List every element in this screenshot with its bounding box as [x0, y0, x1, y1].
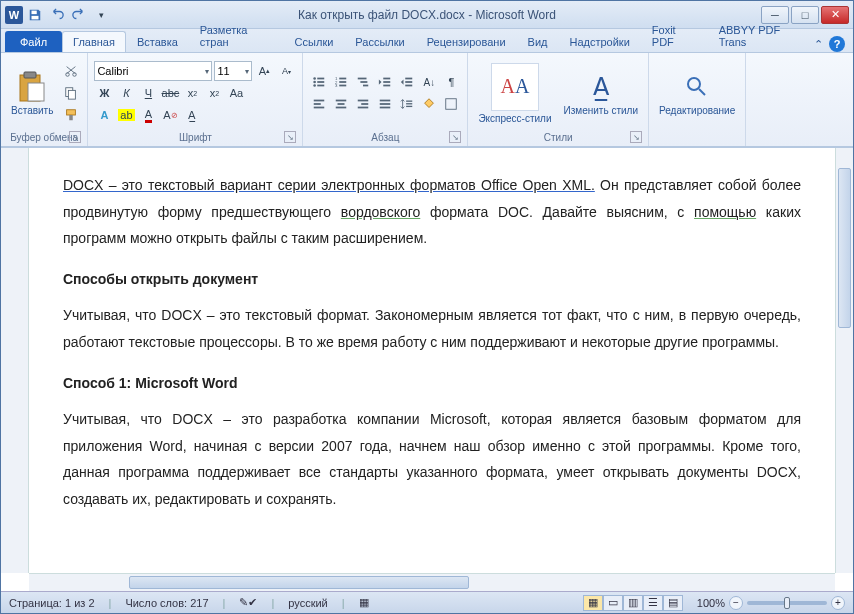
status-word-count[interactable]: Число слов: 217 [125, 597, 208, 609]
svg-rect-33 [314, 103, 321, 105]
zoom-level[interactable]: 100% [697, 597, 725, 609]
line-spacing-button[interactable] [397, 94, 417, 114]
outline-view[interactable]: ☰ [643, 595, 663, 611]
paragraph-2[interactable]: Учитывая, что DOCX – это текстовый форма… [63, 302, 801, 355]
tab-addins[interactable]: Надстройки [558, 31, 640, 52]
spellcheck-icon[interactable]: ✎✔ [239, 596, 257, 609]
horizontal-scrollbar[interactable] [29, 573, 835, 591]
zoom-in-button[interactable]: + [831, 596, 845, 610]
paragraph-1[interactable]: DOCX – это текстовый вариант серии элект… [63, 172, 801, 252]
sort-button[interactable]: A↓ [419, 72, 439, 92]
svg-rect-35 [336, 100, 347, 102]
font-color-button[interactable]: A [138, 105, 158, 125]
tab-foxit[interactable]: Foxit PDF [641, 19, 708, 52]
svg-rect-29 [406, 78, 413, 80]
tab-layout[interactable]: Разметка стран [189, 19, 284, 52]
close-button[interactable]: ✕ [821, 6, 849, 24]
word-icon: W [5, 6, 23, 24]
show-marks-button[interactable]: ¶ [441, 72, 461, 92]
font-launcher[interactable]: ↘ [284, 131, 296, 143]
save-button[interactable] [25, 5, 45, 25]
redo-button[interactable] [69, 5, 89, 25]
vertical-scrollbar[interactable] [835, 148, 853, 573]
styles-launcher[interactable]: ↘ [630, 131, 642, 143]
minimize-ribbon-icon[interactable]: ⌃ [814, 38, 823, 51]
character-shading-button[interactable]: A̲ [182, 105, 202, 125]
clear-formatting-button[interactable]: A⊘ [160, 105, 180, 125]
cut-button[interactable] [61, 61, 81, 81]
increase-indent-button[interactable] [397, 72, 417, 92]
zoom-out-button[interactable]: − [729, 596, 743, 610]
tab-mailings[interactable]: Рассылки [344, 31, 415, 52]
align-left-button[interactable] [309, 94, 329, 114]
font-name-combo[interactable]: Calibri▾ [94, 61, 212, 81]
draft-view[interactable]: ▤ [663, 595, 683, 611]
borders-button[interactable] [441, 94, 461, 114]
status-language[interactable]: русский [288, 597, 327, 609]
paste-icon [16, 71, 48, 103]
bullets-button[interactable] [309, 72, 329, 92]
svg-rect-12 [318, 78, 325, 80]
ribbon-tabs: Файл Главная Вставка Разметка стран Ссыл… [1, 29, 853, 53]
heading-1[interactable]: Способы открыть документ [63, 266, 801, 293]
underline-button[interactable]: Ч [138, 83, 158, 103]
subscript-button[interactable]: x2 [182, 83, 202, 103]
numbering-button[interactable]: 123 [331, 72, 351, 92]
tab-file[interactable]: Файл [5, 31, 62, 52]
print-layout-view[interactable]: ▦ [583, 595, 603, 611]
document-content[interactable]: DOCX – это текстовый вариант серии элект… [29, 148, 835, 551]
decrease-indent-button[interactable] [375, 72, 395, 92]
document-viewport[interactable]: DOCX – это текстовый вариант серии элект… [29, 148, 835, 573]
bold-button[interactable]: Ж [94, 83, 114, 103]
svg-rect-38 [358, 100, 369, 102]
svg-point-48 [688, 78, 700, 90]
tab-insert[interactable]: Вставка [126, 31, 189, 52]
clipboard-launcher[interactable]: ↘ [69, 131, 81, 143]
copy-button[interactable] [61, 83, 81, 103]
tab-view[interactable]: Вид [517, 31, 559, 52]
scrollbar-thumb-v[interactable] [838, 168, 851, 328]
text-effects-button[interactable]: A [94, 105, 114, 125]
grow-font-button[interactable]: A▴ [254, 61, 274, 81]
align-right-button[interactable] [353, 94, 373, 114]
web-layout-view[interactable]: ▥ [623, 595, 643, 611]
svg-rect-37 [336, 107, 347, 109]
full-screen-view[interactable]: ▭ [603, 595, 623, 611]
superscript-button[interactable]: x2 [204, 83, 224, 103]
undo-button[interactable] [47, 5, 67, 25]
tab-home[interactable]: Главная [62, 31, 126, 52]
strikethrough-button[interactable]: abc [160, 83, 180, 103]
shading-button[interactable] [419, 94, 439, 114]
editing-button[interactable]: Редактирование [655, 69, 739, 118]
svg-point-15 [314, 84, 317, 87]
heading-2[interactable]: Способ 1: Microsoft Word [63, 370, 801, 397]
scrollbar-thumb-h[interactable] [129, 576, 469, 589]
justify-button[interactable] [375, 94, 395, 114]
help-icon[interactable]: ? [829, 36, 845, 52]
qat-customize[interactable]: ▾ [91, 5, 111, 25]
italic-button[interactable]: К [116, 83, 136, 103]
svg-rect-25 [363, 85, 368, 87]
format-painter-button[interactable] [61, 105, 81, 125]
tab-review[interactable]: Рецензировани [416, 31, 517, 52]
multilevel-list-button[interactable] [353, 72, 373, 92]
paragraph-3[interactable]: Учитывая, что DOCX – это разработка комп… [63, 406, 801, 512]
tab-references[interactable]: Ссылки [284, 31, 345, 52]
paste-button[interactable]: Вставить [7, 69, 57, 118]
shrink-font-button[interactable]: A▾ [276, 61, 296, 81]
vertical-ruler[interactable] [1, 148, 29, 573]
zoom-slider-knob[interactable] [784, 597, 790, 609]
highlight-button[interactable]: ab [116, 105, 136, 125]
svg-rect-10 [70, 115, 74, 120]
align-center-button[interactable] [331, 94, 351, 114]
paragraph-launcher[interactable]: ↘ [449, 131, 461, 143]
status-page[interactable]: Страница: 1 из 2 [9, 597, 95, 609]
change-styles-button[interactable]: A̲ Изменить стили [560, 69, 642, 118]
change-case-button[interactable]: Aa [226, 83, 246, 103]
font-size-combo[interactable]: 11▾ [214, 61, 252, 81]
macro-icon[interactable]: ▦ [359, 596, 369, 609]
svg-rect-4 [28, 83, 44, 101]
quick-styles-button[interactable]: AA Экспресс-стили [474, 61, 555, 126]
zoom-slider[interactable] [747, 601, 827, 605]
tab-abbyy[interactable]: ABBYY PDF Trans [708, 19, 814, 52]
